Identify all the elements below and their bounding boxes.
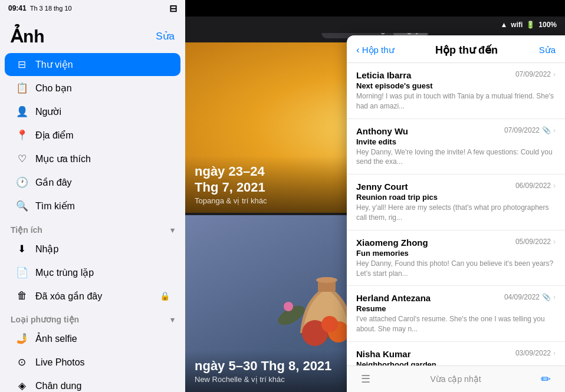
nav-item-people[interactable]: 👤 Người [5,100,180,123]
mail-chevron-icon: › [553,70,556,78]
nav-item-deleted[interactable]: 🗑 Đã xóa gần đây 🔒 [5,285,180,307]
utilities-section-label[interactable]: Tiện ích ▾ [0,218,185,237]
mail-chevron-icon: › [553,182,556,190]
mediatypes-chevron: ▾ [170,315,175,324]
nav-item-favorites[interactable]: ♡ Mục ưa thích [5,147,180,170]
sidebar: 09:41 Th 3 18 thg 10 ⊟ Ảnh Sửa ⊟ Thư việ… [0,0,185,392]
mediatypes-section-label[interactable]: Loại phương tiện ▾ [0,308,185,327]
nav-item-foryou[interactable]: 📋 Cho bạn [5,77,180,100]
mail-update-label: Vừa cập nhật [430,374,481,384]
mail-item[interactable]: Leticia Ibarra 07/09/2022 › Next episode… [347,63,565,119]
mail-edit-button[interactable]: Sửa [539,45,556,55]
library-icon: ⊟ [15,58,28,71]
places-icon: 📍 [15,129,28,141]
sidebar-title: Ảnh [11,26,45,47]
selfie-icon: 🤳 [15,332,28,345]
nav-item-portrait[interactable]: ◈ Chân dung [5,374,180,392]
lock-icon: 🔒 [160,291,170,301]
mail-header: ‹ Hộp thư Hộp thư đến Sửa [347,35,565,63]
mail-item[interactable]: Herland Antezana 04/09/2022 📎 › Resume I… [347,286,565,342]
svg-point-22 [316,277,337,283]
attachment-icon: 📎 [542,126,551,134]
sidebar-edit-button[interactable]: Sửa [156,30,175,42]
mail-overlay: ‹ Hộp thư Hộp thư đến Sửa Leticia Ibarra… [347,35,565,392]
mail-item[interactable]: Nisha Kumar 03/09/2022 › Neighborhood ga… [347,342,565,365]
livephotos-icon: ⊙ [15,356,28,368]
back-chevron-icon: ‹ [356,44,360,56]
nav-item-selfie[interactable]: 🤳 Ảnh selfie [5,327,180,350]
mail-item[interactable]: Anthony Wu 07/09/2022 📎 › Invite edits H… [347,119,565,175]
favorites-icon: ♡ [15,153,28,165]
mail-item[interactable]: Xiaomeng Zhong 05/09/2022 › Fun memories… [347,230,565,286]
mail-chevron-icon: › [553,293,556,301]
mail-inbox-title: Hộp thư đến [435,44,498,57]
people-icon: 👤 [15,106,28,118]
mail-back-button[interactable]: ‹ Hộp thư [356,44,395,56]
battery-icon: 🔋 [526,21,535,29]
signal-icon: ▲ [500,21,507,29]
attachment-icon: 📎 [542,293,551,301]
mail-item[interactable]: Jenny Court 06/09/2022 › Reunion road tr… [347,174,565,230]
sidebar-nav: ⊟ Thư viện 📋 Cho bạn 👤 Người 📍 Địa điểm … [0,50,185,392]
mail-chevron-icon: › [553,349,556,357]
mail-chevron-icon: › [553,238,556,246]
mail-list: Leticia Ibarra 07/09/2022 › Next episode… [347,63,565,365]
nav-item-recent[interactable]: 🕐 Gần đây [5,171,180,194]
mail-compose-button[interactable]: ✏ [541,372,551,386]
filter-icon[interactable]: ☰ [361,373,370,386]
nav-item-import[interactable]: ⬇ Nhập [5,238,180,261]
mail-footer: ☰ Vừa cập nhật ✏ [347,365,565,392]
svg-point-28 [284,302,293,311]
sidebar-icon: ⊟ [169,3,177,14]
status-time: 09:41 Th 3 18 thg 10 [8,4,72,12]
portrait-icon: ◈ [15,380,28,392]
recent-icon: 🕐 [15,176,28,189]
svg-point-25 [321,316,338,332]
duplicates-icon: 📄 [15,266,28,279]
search-icon: 🔍 [15,200,28,212]
deleted-icon: 🗑 [15,290,28,302]
wifi-icon: wifi [511,21,523,29]
home-indicator[interactable] [561,179,565,214]
nav-item-library[interactable]: ⊟ Thư viện [5,53,180,76]
nav-item-search[interactable]: 🔍 Tìm kiếm [5,195,180,218]
nav-item-livephotos[interactable]: ⊙ Live Photos [5,351,180,374]
mail-chevron-icon: › [553,126,556,134]
foryou-icon: 📋 [15,82,28,94]
import-icon: ⬇ [15,243,28,255]
utilities-chevron: ▾ [170,226,175,235]
nav-item-duplicates[interactable]: 📄 Mục trùng lặp [5,261,180,284]
nav-item-places[interactable]: 📍 Địa điểm [5,124,180,147]
